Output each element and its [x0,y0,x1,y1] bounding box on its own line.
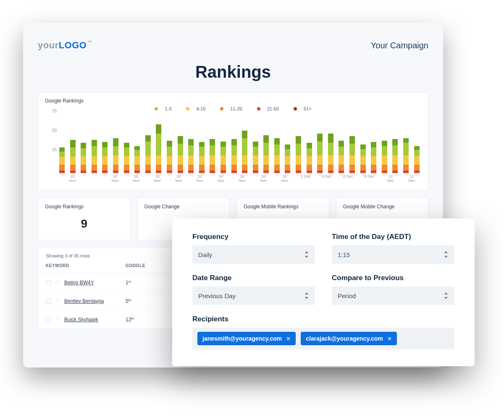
compare-select[interactable]: Period [332,286,454,305]
bar-segment [371,171,376,173]
close-icon[interactable]: ✕ [286,336,291,342]
bar-segment [220,147,226,155]
bar-segment [403,138,409,143]
bar-segment [113,138,118,146]
recipients-input[interactable]: janesmith@youragency.com✕clarajack@youra… [192,328,454,349]
x-tick: 4 Dec [322,174,332,183]
star-icon[interactable]: ☆ [55,316,60,323]
checkbox[interactable] [46,299,51,304]
bar-segment [392,165,398,171]
chart-bar [134,146,140,173]
checkbox[interactable] [46,280,51,285]
x-tick [354,174,364,183]
bar-segment [328,165,333,171]
bar-segment [317,142,323,155]
bar-segment [414,165,420,171]
bar-segment [263,171,269,173]
bar-segment [59,165,65,171]
chart-bar [339,141,344,173]
bar-segment [274,144,280,155]
x-tick: 18 Nov [152,174,163,183]
chart-bar [263,135,269,173]
bar-segment [307,148,312,156]
recipient-chip[interactable]: clarajack@youragency.com✕ [301,332,397,345]
bar-segment [134,171,140,173]
x-tick [332,174,343,183]
bar-segment [188,165,194,171]
bar-segment [371,147,376,156]
field-time: Time of the Day (AEDT) 1:15 [332,233,454,264]
bar-segment [92,140,97,146]
bar-segment [81,148,86,156]
bar-segment [349,144,355,155]
bar-segment [307,165,312,171]
bar-segment [178,155,183,165]
bar-segment [81,143,86,148]
keyword-link[interactable]: Bejing BW4Y [64,280,94,286]
bar-segment [102,165,108,171]
recipient-chip[interactable]: janesmith@youragency.com✕ [197,332,296,345]
bar-segment [167,141,172,147]
chart-area: 255075 10 Nov14 Nov16 Nov18 Nov20 Nov22 … [45,116,421,183]
bar-segment [188,171,194,173]
bar-segment [210,165,215,171]
close-icon[interactable]: ✕ [387,336,392,342]
dashboard-header: yourLOGO™ Your Campaign [38,40,428,51]
bar-segment [263,143,269,155]
y-tick: 50 [52,128,57,133]
chart-bar [81,143,86,173]
time-value: 1:15 [338,251,350,258]
bar-segment [285,149,290,156]
bar-segment [220,142,226,147]
stat-title: Google Mobile Change [343,204,422,210]
time-select[interactable]: 1:15 [332,245,454,264]
x-tick [247,174,258,183]
keyword-link[interactable]: Buick Skyhawk [64,317,98,323]
frequency-select[interactable]: Daily [192,245,315,264]
checkbox[interactable] [46,317,51,322]
chart-bar [102,142,108,173]
x-tick: 16 Nov [131,174,142,183]
bar-segment [134,156,140,165]
chart-bar [145,135,151,173]
bar-segment [285,144,290,149]
field-date-range: Date Range Previous Day [192,274,315,305]
x-tick [57,174,67,183]
logo: yourLOGO™ [38,40,92,51]
y-tick: 75 [52,109,57,113]
x-tick: 28 Nov [258,174,268,183]
bar-segment [231,171,237,173]
date-range-select[interactable]: Previous Day [192,286,315,305]
bar-segment [188,155,194,165]
chart-bar [220,142,226,173]
date-range-value: Previous Day [198,292,236,299]
bar-segment [371,156,376,165]
bar-segment [59,157,65,164]
compare-label: Compare to Previous [332,274,454,282]
bar-segment [307,171,312,173]
chart-bar [414,146,420,173]
chevron-updown-icon [304,292,309,299]
bar-segment [113,171,118,173]
dot-icon [186,107,189,110]
chart-bar [167,141,172,173]
chevron-updown-icon [304,251,309,258]
field-frequency: Frequency Daily [192,233,315,264]
star-icon[interactable]: ☆ [55,279,60,286]
bar-segment [285,171,290,173]
x-tick [375,174,385,183]
chart-bar [59,147,65,173]
bar-segment [285,165,290,171]
chart-bar [113,138,118,173]
bar-segment [274,171,280,173]
bar-segment [145,165,151,171]
bar-segment [263,165,269,171]
star-icon[interactable]: ☆ [55,298,60,304]
chart-bar [328,134,333,173]
bar-segment [167,165,172,171]
time-label: Time of the Day (AEDT) [332,233,454,241]
dot-icon [294,107,297,110]
settings-panel: Frequency Daily Time of the Day (AEDT) 1… [172,218,475,366]
keyword-link[interactable]: Bentley Bentayga [64,298,104,304]
bar-segment [307,156,312,165]
